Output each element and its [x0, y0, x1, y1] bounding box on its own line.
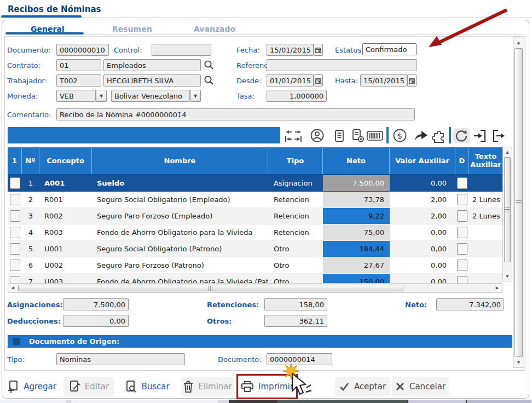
agregar-button[interactable]: Agregar: [4, 377, 59, 396]
control-field[interactable]: [152, 44, 211, 56]
column-header-texto-auxiliar[interactable]: Texto Auxiliar: [469, 148, 502, 174]
scroll-down-arrow[interactable]: ▼: [504, 272, 511, 280]
moneda-name-dropdown-button[interactable]: ▼: [190, 90, 201, 102]
row-d-checkbox[interactable]: [455, 257, 469, 273]
column-header-concepto[interactable]: Concepto: [39, 148, 92, 174]
document-add-icon[interactable]: [349, 128, 366, 143]
user-icon[interactable]: [309, 128, 325, 143]
scroll-up-arrow[interactable]: ▲: [514, 38, 523, 47]
row-concepto-cell: U002: [39, 257, 92, 273]
refresh-icon[interactable]: [453, 128, 470, 143]
import-icon[interactable]: [472, 128, 488, 143]
dollar-icon[interactable]: $: [391, 128, 408, 143]
contrato-code-field[interactable]: [56, 59, 101, 71]
share-arrow-icon[interactable]: [413, 128, 429, 143]
puzzle-icon[interactable]: [431, 128, 448, 143]
fecha-calendar-button[interactable]: [314, 44, 323, 56]
origin-tipo-field[interactable]: [56, 353, 185, 365]
row-valor-auxiliar-cell: 0,00: [390, 175, 455, 191]
tab-resumen[interactable]: Resumen: [112, 25, 152, 33]
export-icon[interactable]: [491, 128, 507, 143]
column-header-d[interactable]: D: [455, 148, 469, 174]
table-row[interactable]: 4R003Fondo de Ahorro Obligatorio para la…: [8, 224, 502, 241]
panel-vertical-scrollbar[interactable]: ▲ ▼: [513, 37, 524, 368]
moneda-code-field[interactable]: [56, 90, 96, 102]
panel-vscroll-thumb[interactable]: [514, 48, 523, 357]
row-select-checkbox[interactable]: [8, 257, 22, 273]
row-select-checkbox[interactable]: [8, 175, 22, 191]
table-row[interactable]: 6U002Seguro Paro Forzoso (Patrono)Otro27…: [8, 257, 502, 274]
trabajador-name-field[interactable]: [103, 74, 201, 87]
documento-de-origen-header: Documento de Origen:: [8, 335, 512, 348]
moneda-code-dropdown-button[interactable]: ▼: [96, 90, 107, 102]
trash-icon: [183, 380, 194, 393]
editar-button[interactable]: Editar: [63, 377, 114, 396]
contrato-name-field[interactable]: [103, 59, 201, 71]
contrato-search-button[interactable]: [204, 60, 214, 72]
barcode-icon[interactable]: [367, 128, 383, 143]
scroll-right-arrow[interactable]: ▶: [493, 284, 501, 292]
referencia-field[interactable]: [267, 59, 417, 71]
retenciones-label: Retenciones:: [207, 301, 259, 309]
origin-documento-field[interactable]: [267, 353, 332, 365]
moneda-name-field[interactable]: [111, 90, 190, 102]
origin-header-text: Documento de Origen:: [29, 337, 119, 346]
row-select-checkbox[interactable]: [8, 192, 22, 208]
scroll-down-arrow[interactable]: ▼: [514, 358, 523, 367]
row-d-checkbox[interactable]: [455, 208, 469, 224]
trabajador-search-button[interactable]: [204, 75, 214, 88]
otros-field[interactable]: [264, 315, 327, 327]
column-header-tipo[interactable]: Tipo: [268, 148, 323, 174]
deducciones-field[interactable]: [63, 315, 129, 327]
grid-hscroll-thumb[interactable]: [18, 285, 403, 291]
tasa-field[interactable]: [267, 90, 327, 102]
grid-horizontal-scrollbar[interactable]: ◀ ▶: [8, 283, 502, 293]
table-row[interactable]: 7U003Fondo de Ahorro Obligatorio para la…: [8, 274, 502, 283]
buscar-button[interactable]: Buscar: [120, 377, 175, 396]
asignaciones-field[interactable]: [63, 298, 129, 310]
eliminar-button[interactable]: Eliminar: [181, 377, 234, 396]
row-select-checkbox[interactable]: [8, 274, 22, 283]
comentario-label: Comentario:: [7, 111, 51, 119]
row-d-checkbox[interactable]: [455, 224, 469, 240]
estatus-label: Estatus:: [335, 46, 364, 54]
cancelar-button[interactable]: Cancelar: [392, 377, 449, 396]
tab-avanzado[interactable]: Avanzado: [194, 25, 235, 33]
row-select-checkbox[interactable]: [8, 208, 22, 224]
resize-columns-icon[interactable]: [284, 128, 303, 143]
neto-field[interactable]: [436, 298, 504, 310]
column-header-numero[interactable]: Nº: [22, 148, 39, 174]
table-row[interactable]: 3R002Seguro Paro Forzoso (Empleado)Reten…: [8, 208, 502, 224]
fecha-field[interactable]: [267, 44, 314, 56]
hasta-calendar-button[interactable]: [407, 74, 417, 87]
hasta-field[interactable]: [360, 74, 407, 87]
retenciones-field[interactable]: [264, 298, 327, 310]
row-d-checkbox[interactable]: [455, 175, 469, 191]
column-header-nombre[interactable]: Nombre: [92, 148, 268, 174]
estatus-field[interactable]: [362, 43, 417, 55]
table-row[interactable]: 2R001Seguro Social Obligatorio (Empleado…: [8, 192, 502, 208]
column-header-select[interactable]: 1: [8, 148, 22, 174]
table-row[interactable]: 5U001Seguro Social Obligatorio (Patrono)…: [8, 241, 502, 257]
scroll-up-arrow[interactable]: ▲: [504, 148, 511, 156]
trabajador-code-field[interactable]: [56, 74, 101, 87]
row-d-checkbox[interactable]: [455, 241, 469, 257]
desde-calendar-button[interactable]: [314, 74, 323, 87]
desde-field[interactable]: [267, 74, 314, 87]
column-header-neto[interactable]: Neto: [323, 148, 390, 174]
table-row[interactable]: 1A001SueldoAsignacion7.500,000,00: [8, 175, 502, 192]
row-d-checkbox[interactable]: [455, 274, 469, 283]
documento-field[interactable]: [56, 44, 109, 56]
row-select-checkbox[interactable]: [8, 224, 22, 240]
column-header-valor-auxiliar[interactable]: Valor Auxiliar: [390, 148, 455, 174]
chevron-down-icon: ▼: [100, 94, 103, 99]
row-select-checkbox[interactable]: [8, 241, 22, 257]
comentario-field[interactable]: [56, 108, 415, 120]
scroll-left-arrow[interactable]: ◀: [9, 284, 17, 292]
document-icon[interactable]: [331, 128, 348, 143]
grid-vscroll-thumb[interactable]: [504, 157, 511, 262]
grid-vertical-scrollbar[interactable]: ▲ ▼: [502, 147, 512, 281]
row-d-checkbox[interactable]: [455, 192, 469, 208]
calendar-icon: [315, 78, 321, 84]
aceptar-button[interactable]: Aceptar: [335, 377, 390, 396]
